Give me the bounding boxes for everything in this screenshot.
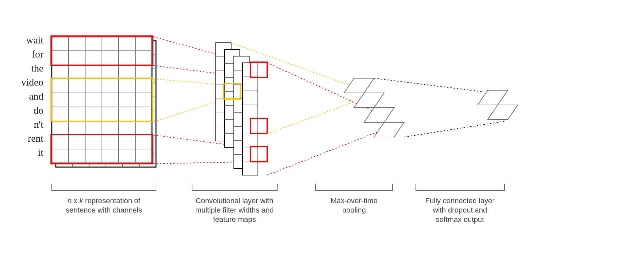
caption-4c: softmax output: [436, 215, 484, 224]
brackets: [52, 184, 504, 190]
word-2: the: [31, 62, 43, 74]
svg-marker-70: [364, 108, 394, 122]
captions: n x k representation of sentence with ch…: [66, 197, 495, 224]
caption-3a: Max-over-time: [331, 197, 378, 205]
svg-marker-75: [488, 105, 518, 120]
caption-4b: with dropout and: [433, 206, 487, 214]
word-3: video: [21, 77, 43, 88]
pooling-vector: [344, 78, 404, 137]
word-0: wait: [26, 34, 43, 45]
caption-3b: pooling: [342, 206, 366, 214]
word-4: and: [29, 91, 43, 102]
caption-1b: sentence with channels: [66, 206, 142, 214]
word-1: for: [32, 48, 43, 59]
svg-marker-69: [354, 93, 384, 108]
svg-line-65: [267, 102, 354, 134]
svg-marker-68: [344, 78, 374, 93]
word-8: it: [38, 147, 43, 158]
word-5: do: [33, 105, 43, 116]
caption-2a: Convolutional layer with: [196, 197, 273, 205]
svg-line-72: [374, 78, 484, 92]
cnn-architecture-diagram: wait for the video and do n't rent it: [0, 0, 644, 260]
word-6: n't: [34, 119, 43, 130]
word-7: rent: [28, 133, 43, 144]
svg-line-31: [153, 99, 224, 122]
svg-line-73: [404, 121, 504, 137]
svg-line-30: [153, 79, 224, 85]
fc-output: [478, 90, 518, 120]
caption-2b: multiple filter widths and: [195, 206, 274, 214]
svg-marker-71: [374, 122, 404, 137]
svg-marker-74: [478, 90, 508, 105]
sentence-matrix: [51, 36, 156, 167]
svg-text:n x k representation of: n x k representation of: [67, 197, 141, 205]
conv-feature-maps: [216, 43, 267, 175]
caption-4a: Fully connected layer: [425, 197, 495, 205]
caption-2c: feature maps: [213, 215, 256, 224]
word-list: wait for the video and do n't rent it: [21, 34, 43, 158]
svg-line-67: [267, 130, 382, 175]
